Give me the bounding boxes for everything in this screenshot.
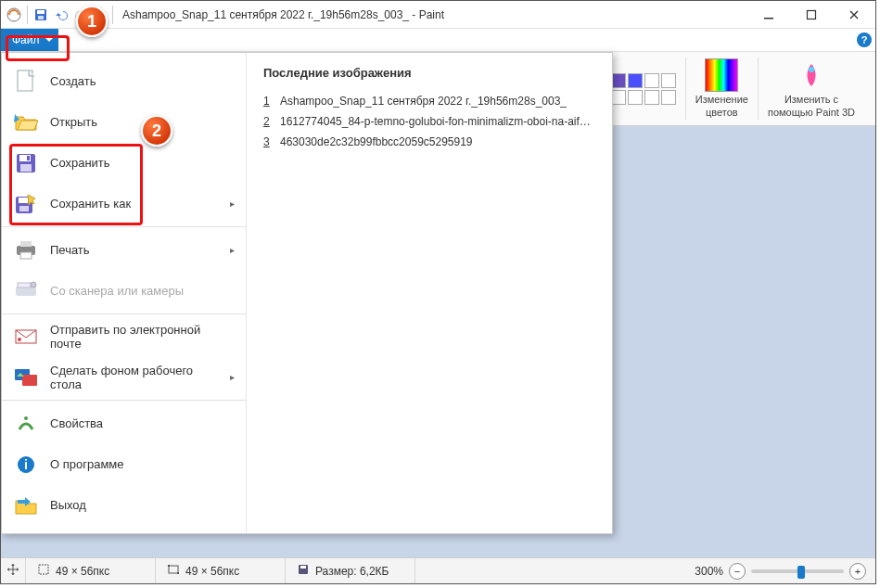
file-tab[interactable]: Файл	[1, 29, 58, 51]
statusbar: 49 × 56пкс 49 × 56пкс Размер: 6,2КБ 300%…	[1, 557, 875, 583]
canvas-size-cell: 49 × 56пкс	[156, 558, 286, 583]
help-button[interactable]: ?	[853, 29, 875, 51]
file-menu: Создать Открыть Сохранить Сохранить как	[1, 52, 613, 534]
paint3d-label: Изменить с помощью Paint 3D	[768, 94, 855, 118]
svg-rect-18	[20, 252, 32, 259]
undo-icon[interactable]	[52, 6, 70, 24]
recent-text: Ashampoo_Snap_11 сентября 2022 г._19h56m…	[280, 95, 567, 108]
annotation-callout: 2	[141, 115, 172, 147]
save-as-icon	[13, 191, 39, 217]
separator	[2, 313, 246, 314]
menu-email[interactable]: Отправить по электронной почте	[2, 316, 246, 357]
menu-wallpaper[interactable]: Сделать фоном рабочего стола ▸	[2, 357, 246, 398]
recent-index: 2	[263, 115, 273, 128]
menu-open[interactable]: Открыть	[2, 101, 246, 142]
edit-colors-icon	[705, 58, 738, 92]
menu-exit[interactable]: Выход	[2, 485, 246, 526]
submenu-arrow-icon: ▸	[230, 372, 235, 382]
paint3d-icon	[795, 58, 828, 92]
svg-rect-30	[169, 566, 178, 573]
recent-panel: Последние изображения 1 Ashampoo_Snap_11…	[246, 53, 612, 533]
zoom-slider[interactable]	[751, 569, 844, 573]
svg-rect-34	[300, 566, 306, 569]
menu-print-label: Печать	[50, 243, 219, 257]
swatch[interactable]	[611, 90, 626, 105]
submenu-arrow-icon: ▸	[230, 245, 235, 255]
recent-item[interactable]: 1 Ashampoo_Snap_11 сентября 2022 г._19h5…	[263, 91, 595, 111]
edit-colors-label: Изменение цветов	[695, 94, 748, 118]
svg-text:i: i	[24, 457, 28, 472]
menu-create[interactable]: Создать	[2, 60, 246, 101]
svg-point-21	[31, 282, 36, 288]
save-icon[interactable]	[32, 6, 50, 24]
recent-item[interactable]: 2 1612774045_84-p-temno-goluboi-fon-mini…	[263, 111, 595, 132]
zoom-slider-thumb[interactable]	[797, 566, 805, 579]
swatch[interactable]	[661, 90, 676, 105]
menu-save-as-label: Сохранить как	[50, 197, 219, 211]
callout-number: 2	[152, 121, 161, 141]
file-size-text: Размер: 6,2КБ	[315, 565, 389, 578]
svg-rect-3	[38, 16, 44, 19]
svg-point-26	[24, 416, 28, 420]
menu-save[interactable]: Сохранить	[2, 143, 246, 184]
menu-save-as[interactable]: Сохранить как ▸	[2, 184, 246, 224]
recent-index: 1	[263, 95, 273, 108]
zoom-in-button[interactable]: +	[849, 563, 866, 580]
minimize-button[interactable]	[747, 1, 790, 28]
menu-print[interactable]: Печать ▸	[2, 229, 246, 270]
swatch[interactable]	[611, 73, 626, 88]
printer-icon	[13, 236, 39, 262]
maximize-button[interactable]	[790, 1, 833, 28]
annotation-callout: 1	[76, 6, 108, 37]
canvas-size-text: 49 × 56пкс	[185, 565, 239, 578]
swatch[interactable]	[628, 73, 643, 88]
svg-rect-31	[168, 565, 170, 567]
selection-icon	[37, 563, 50, 579]
disk-icon	[297, 563, 310, 579]
edit-colors-button[interactable]: Изменение цветов	[685, 58, 758, 120]
about-icon: i	[13, 452, 39, 478]
swatch[interactable]	[644, 90, 659, 105]
recent-heading: Последние изображения	[263, 66, 595, 80]
menu-properties[interactable]: Свойства	[2, 403, 246, 443]
menu-save-label: Сохранить	[50, 156, 235, 170]
menu-email-label: Отправить по электронной почте	[50, 323, 235, 351]
menu-about-label: О программе	[50, 457, 235, 471]
close-button[interactable]	[833, 1, 875, 28]
exit-icon	[13, 492, 39, 518]
menu-about[interactable]: i О программе	[2, 443, 246, 484]
new-file-icon	[13, 68, 39, 94]
swatch[interactable]	[661, 73, 676, 88]
zoom-out-button[interactable]: −	[729, 563, 746, 580]
svg-rect-2	[37, 10, 45, 14]
save-floppy-icon	[13, 150, 39, 176]
svg-rect-17	[20, 241, 32, 247]
swatch-grid	[611, 73, 676, 105]
menu-properties-label: Свойства	[50, 416, 235, 430]
menu-scanner-label: Со сканера или камеры	[50, 284, 235, 298]
swatch[interactable]	[644, 73, 659, 88]
paint3d-button[interactable]: Изменить с помощью Paint 3D	[758, 58, 864, 120]
crosshair-icon	[6, 563, 19, 579]
svg-rect-15	[19, 206, 29, 211]
svg-rect-5	[764, 18, 773, 19]
selection-size-cell: 49 × 56пкс	[26, 558, 156, 583]
window-title: Ashampoo_Snap_11 сентября 2022 г._19h56m…	[115, 8, 444, 21]
svg-rect-20	[18, 283, 31, 288]
file-tab-label: Файл	[12, 33, 40, 46]
svg-rect-12	[27, 156, 30, 160]
zoom-controls: 300% − +	[685, 563, 875, 580]
help-icon: ?	[857, 32, 872, 47]
separator	[2, 400, 246, 401]
recent-text: 463030de2c32b99fbbcc2059c5295919	[280, 135, 473, 148]
properties-icon	[13, 410, 39, 436]
swatch[interactable]	[628, 90, 643, 105]
wallpaper-icon	[13, 364, 39, 390]
email-icon	[13, 324, 39, 350]
paint-window: Ashampoo_Snap_11 сентября 2022 г._19h56m…	[0, 0, 876, 584]
file-size-cell: Размер: 6,2КБ	[286, 558, 415, 583]
submenu-arrow-icon: ▸	[230, 198, 235, 209]
collapse-ribbon-icon[interactable]: ˄	[58, 29, 77, 51]
recent-item[interactable]: 3 463030de2c32b99fbbcc2059c5295919	[263, 132, 595, 152]
zoom-level: 300%	[695, 565, 723, 578]
